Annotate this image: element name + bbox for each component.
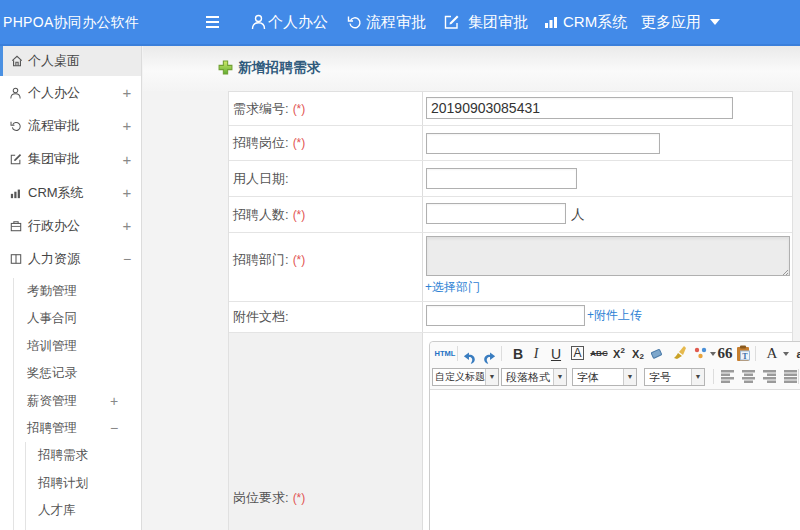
svg-text:T: T bbox=[742, 352, 748, 361]
